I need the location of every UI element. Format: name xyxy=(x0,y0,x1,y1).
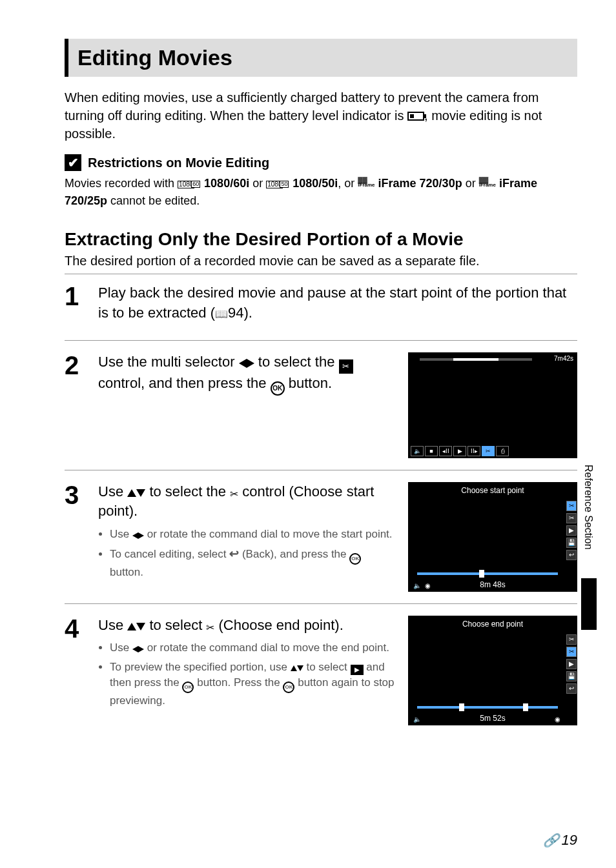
start-handle xyxy=(459,703,464,711)
edit-side-icons: ▶ 💾 ↩ xyxy=(564,632,577,696)
step-1-ref: 94). xyxy=(228,305,252,321)
divider xyxy=(65,603,577,604)
save-icon: 💾 xyxy=(566,671,577,681)
down-arrow-icon xyxy=(136,623,145,631)
down-arrow-icon xyxy=(136,489,145,497)
step-3-number: 3 xyxy=(65,482,87,592)
choose-start-icon xyxy=(566,501,577,511)
fmt-1080-60i: 1080/60i xyxy=(204,177,249,190)
restrict-mid2: , or xyxy=(338,177,358,190)
vol-icon: 🔈 xyxy=(413,582,421,589)
step-4-bullets: Use or rotate the command dial to move t… xyxy=(98,640,396,708)
step-1-pre: Play back the desired movie and pause at… xyxy=(98,285,566,321)
s3-b2-pre: To cancel editing, select xyxy=(110,548,229,560)
intro-paragraph: When editing movies, use a sufficiently … xyxy=(65,88,577,143)
screen-time: 8m 48s xyxy=(408,580,577,589)
timeline xyxy=(417,572,558,575)
restrict-post: cannot be edited. xyxy=(110,194,200,207)
checkmark-icon: ✔ xyxy=(65,154,81,171)
step-1: 1 Play back the desired movie and pause … xyxy=(65,283,577,328)
page-footer: 🔗 19 xyxy=(543,832,577,849)
iframe-icon-2: ▓▓iFrame xyxy=(479,177,496,188)
step-4-post: (Choose end point). xyxy=(219,617,344,633)
s4-b1-post: or rotate the command dial to move the e… xyxy=(147,641,389,654)
stop-icon: ■ xyxy=(425,446,438,456)
timeline xyxy=(417,706,558,709)
section-heading: Extracting Only the Desired Portion of a… xyxy=(65,229,577,250)
dial-icon: ◉ xyxy=(425,582,431,589)
1080-icon-2: 108050 xyxy=(266,181,283,188)
step-3: 3 Use to select the control (Choose star… xyxy=(65,482,577,592)
left-arrow-icon xyxy=(132,646,138,652)
dial-icon: ◉ xyxy=(555,716,560,723)
step-4-number: 4 xyxy=(65,616,87,725)
s4-b1-pre: Use xyxy=(110,641,132,654)
side-tab-marker xyxy=(581,578,597,630)
frame-fwd-icon: ⅠⅠ▸ xyxy=(467,446,480,456)
ok-button-icon: OK xyxy=(283,681,294,693)
vol-icon: 🔈 xyxy=(411,446,424,456)
start-handle xyxy=(479,570,484,578)
step-2-pre: Use the multi selector xyxy=(98,354,239,370)
choose-end-screen-illustration: Choose end point ▶ 💾 ↩ 5m 52s 🔈 ◉ xyxy=(408,616,577,725)
manual-ref-icon xyxy=(215,305,228,321)
step-3-bullet-2: To cancel editing, select (Back), and pr… xyxy=(110,546,396,580)
fmt-1080-50i: 1080/50i xyxy=(293,177,338,190)
divider xyxy=(65,274,577,274)
up-arrow-icon xyxy=(127,489,136,497)
s3-b1-post: or rotate the command dial to move the s… xyxy=(147,528,393,540)
restrict-pre: Movies recorded with xyxy=(65,177,178,190)
s3-b2-post: button. xyxy=(110,566,143,578)
step-3-bullets: Use or rotate the command dial to move t… xyxy=(98,527,396,580)
choose-end-icon xyxy=(566,647,577,657)
end-handle xyxy=(523,703,528,711)
divider xyxy=(65,340,577,341)
1080-icon: 108060 xyxy=(178,181,194,188)
page-number: 19 xyxy=(562,832,577,849)
step-3-bullet-1: Use or rotate the command dial to move t… xyxy=(110,527,396,542)
page-title-bar: Editing Movies xyxy=(65,39,577,77)
left-arrow-icon xyxy=(132,532,138,539)
fmt-iframe-30p: iFrame 720/30p xyxy=(378,177,462,190)
back-icon: ↩ xyxy=(566,550,577,560)
preview-icon: ▶ xyxy=(566,525,577,536)
step-4-text: Use to select (Choose end point). xyxy=(98,616,396,636)
step-1-number: 1 xyxy=(65,283,87,328)
play-icon: ▶ xyxy=(453,446,466,456)
step-4-bullet-1: Use or rotate the command dial to move t… xyxy=(110,640,396,656)
iframe-icon: ▓▓iFrame xyxy=(358,177,375,188)
save-frame-icon: ⎙ xyxy=(496,446,509,456)
s4-b2-mid3: button. Press the xyxy=(197,676,283,689)
save-icon: 💾 xyxy=(566,538,577,548)
playback-screen-illustration: 7m42s 🔈 ■ ◂ⅠⅠ ▶ ⅠⅠ▸ ⎙ xyxy=(408,352,577,458)
scissors-icon xyxy=(339,359,353,374)
reference-link-icon: 🔗 xyxy=(543,833,559,848)
choose-start-screen-illustration: Choose start point ▶ 💾 ↩ 8m 48s 🔈◉ xyxy=(408,482,577,592)
step-2-end: button. xyxy=(289,375,332,391)
step-3-mid: to select the xyxy=(149,483,230,500)
choose-end-icon xyxy=(206,621,214,635)
back-arrow-icon xyxy=(229,548,239,560)
section-desc: The desired portion of a recorded movie … xyxy=(65,254,577,268)
step-2: 2 Use the multi selector to select the c… xyxy=(65,352,577,458)
step-2-number: 2 xyxy=(65,352,87,458)
battery-low-icon xyxy=(407,112,424,121)
vol-icon: 🔈 xyxy=(413,716,421,723)
s4-b2-pre: To preview the specified portion, use xyxy=(110,661,291,673)
step-2-mid: to select the xyxy=(258,354,339,370)
page-title: Editing Movies xyxy=(77,45,568,70)
playback-controls: 🔈 ■ ◂ⅠⅠ ▶ ⅠⅠ▸ ⎙ xyxy=(408,444,577,458)
divider xyxy=(65,470,577,470)
choose-end-icon xyxy=(566,513,577,523)
screen-title: Choose end point xyxy=(408,616,577,632)
step-2-text: Use the multi selector to select the con… xyxy=(98,352,396,396)
right-arrow-icon xyxy=(138,532,144,539)
step-2-mid2: control, and then press the xyxy=(98,375,271,391)
ok-button-icon: OK xyxy=(271,381,285,396)
preview-play-icon: ▶ xyxy=(351,665,364,675)
step-4-mid: to select xyxy=(149,617,206,633)
restrict-mid3: or xyxy=(466,177,479,190)
right-arrow-icon xyxy=(247,359,254,368)
left-arrow-icon xyxy=(239,359,247,368)
restrictions-body: Movies recorded with 108060 1080/60i or … xyxy=(65,175,577,210)
